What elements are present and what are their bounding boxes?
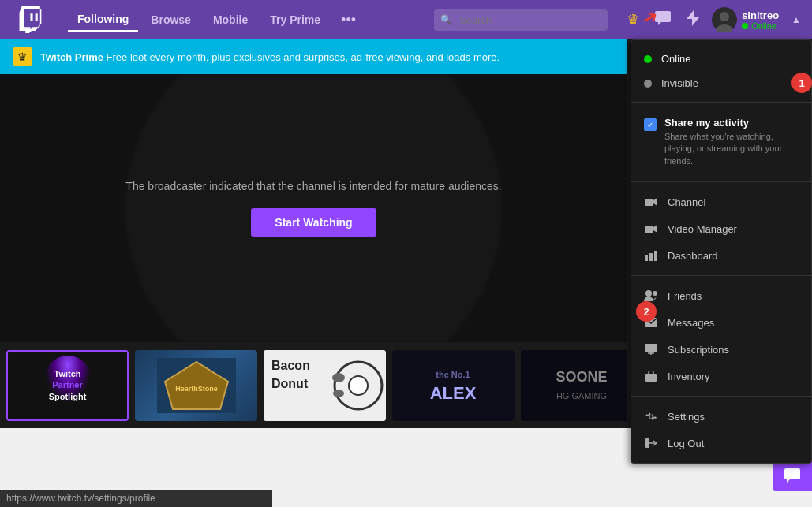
avatar (712, 7, 737, 32)
subscriptions-icon (644, 342, 658, 356)
svg-text:HG GAMING: HG GAMING (556, 391, 607, 401)
prime-link[interactable]: Twitch Prime (40, 51, 103, 63)
share-activity-description: Share what you're watching, playing, or … (664, 131, 799, 167)
user-dropdown-menu: Online Invisible ✓ Share my activity Sha… (631, 39, 812, 464)
svg-text:HearthStone: HearthStone (175, 385, 218, 393)
logout-icon (644, 436, 658, 450)
share-activity-item: ✓ Share my activity Share what you're wa… (631, 109, 811, 175)
subscriptions-menu-item[interactable]: Subscriptions (631, 336, 811, 363)
mature-content-overlay: The broadcaster indicated that the chann… (125, 180, 501, 237)
status-online-item[interactable]: Online (631, 47, 811, 71)
nav-following[interactable]: Following (68, 8, 138, 32)
svg-rect-29 (645, 199, 653, 206)
dashboard-menu-item[interactable]: Dashboard (631, 242, 811, 269)
thumbnail-alex[interactable]: the No.1 ALEX (392, 350, 515, 421)
status-invisible-item[interactable]: Invisible (631, 71, 811, 95)
svg-point-37 (653, 291, 657, 296)
search-container: 🔍 (434, 9, 608, 31)
username: sinitreo (742, 9, 779, 21)
svg-rect-35 (654, 251, 657, 261)
thumbnail-soone-inner: SOONE HG GAMING (521, 350, 627, 421)
share-activity-checkbox[interactable]: ✓ (644, 118, 657, 131)
bolt-icon[interactable] (683, 7, 702, 33)
nav-browse[interactable]: Browse (141, 9, 200, 31)
messages-menu-item[interactable]: Messages (631, 309, 811, 336)
svg-marker-4 (687, 10, 699, 26)
step-badge-1: 1 (791, 73, 812, 93)
thumbnail-label: Twitch Partner Spotlight (49, 368, 87, 402)
svg-text:the No.1: the No.1 (436, 370, 470, 379)
svg-point-6 (720, 12, 729, 21)
video-manager-menu-item[interactable]: Video Manager (631, 215, 811, 242)
thumbnail-hearthstone[interactable]: HearthStone (135, 350, 257, 421)
user-menu-trigger[interactable]: sinitreo Online (712, 7, 779, 32)
svg-point-17 (333, 390, 344, 397)
svg-rect-34 (649, 253, 653, 261)
page-body: ♛ Twitch Prime Free loot every month, pl… (0, 39, 812, 428)
svg-rect-42 (645, 374, 657, 382)
thumbnail-alex-inner: the No.1 ALEX (392, 350, 515, 421)
user-status: Online (742, 21, 779, 31)
search-input[interactable] (434, 9, 608, 31)
svg-rect-31 (645, 226, 653, 233)
prime-text: Twitch Prime Free loot every month, plus… (40, 51, 500, 63)
nav-mobile[interactable]: Mobile (204, 9, 257, 31)
thumbnails-row: Twitch Partner Spotlight HearthStone (0, 342, 627, 428)
nav-links: Following Browse Mobile Try Prime ••• (68, 7, 426, 33)
gear-icon (644, 409, 658, 423)
video-player: The broadcaster indicated that the chann… (0, 74, 627, 342)
top-navigation: Following Browse Mobile Try Prime ••• 🔍 … (0, 0, 812, 39)
svg-marker-30 (653, 198, 657, 206)
svg-rect-0 (30, 13, 32, 21)
svg-rect-21 (521, 350, 627, 421)
prime-crown-icon: ♛ (13, 47, 32, 66)
share-activity-section: ✓ Share my activity Share what you're wa… (631, 103, 811, 182)
account-section: Settings Log Out (631, 397, 811, 463)
share-activity-text: Share my activity Share what you're watc… (664, 117, 799, 167)
user-info: sinitreo Online (742, 9, 779, 31)
svg-rect-44 (784, 468, 800, 479)
thumbnail-bacon-donut[interactable]: Bacon Donut (264, 350, 386, 421)
share-activity-title: Share my activity (664, 117, 799, 129)
svg-text:ALEX: ALEX (430, 383, 477, 403)
svg-rect-33 (645, 255, 648, 261)
social-section: Friends Messages Subscriptions Inventory (631, 276, 811, 397)
svg-marker-45 (787, 479, 790, 483)
svg-rect-39 (645, 344, 657, 352)
svg-point-15 (349, 376, 368, 395)
logout-menu-item[interactable]: Log Out (631, 430, 811, 457)
content-left: ♛ Twitch Prime Free loot every month, pl… (0, 39, 627, 428)
camera-icon (644, 195, 658, 209)
thumbnail-soone[interactable]: SOONE HG GAMING (521, 350, 627, 421)
status-bar: https://www.twitch.tv/settings/profile (0, 490, 272, 507)
inventory-icon (644, 369, 658, 383)
prime-description: Free loot every month, plus exclusives a… (107, 51, 500, 63)
mature-message: The broadcaster indicated that the chann… (125, 180, 501, 192)
svg-text:Bacon: Bacon (271, 359, 310, 372)
svg-text:SOONE: SOONE (556, 369, 607, 385)
status-section: Online Invisible (631, 40, 811, 103)
friends-menu-item[interactable]: Friends (631, 282, 811, 309)
svg-rect-1 (36, 13, 38, 21)
svg-marker-32 (653, 225, 657, 233)
prime-banner[interactable]: ♛ Twitch Prime Free loot every month, pl… (0, 39, 627, 74)
online-status-icon (644, 55, 652, 63)
chart-icon (644, 248, 658, 263)
invisible-label: Invisible (661, 77, 698, 89)
svg-point-36 (645, 290, 652, 296)
chat-sidebar-button[interactable] (773, 460, 812, 491)
settings-menu-item[interactable]: Settings (631, 403, 811, 430)
search-icon: 🔍 (440, 14, 452, 25)
thumbnail-hearthstone-inner: HearthStone (135, 350, 257, 421)
start-watching-button[interactable]: Start Watching (251, 208, 376, 237)
nav-try-prime[interactable]: Try Prime (260, 9, 330, 31)
step-badge-2: 2 (636, 301, 657, 322)
thumbnail-bacon-donut-inner: Bacon Donut (264, 350, 386, 421)
chevron-up-icon[interactable]: ▲ (788, 11, 804, 28)
channel-menu-item[interactable]: Channel (631, 188, 811, 215)
inventory-menu-item[interactable]: Inventory (631, 363, 811, 390)
twitch-logo-icon[interactable] (8, 6, 55, 33)
thumbnail-partner-spotlight[interactable]: Twitch Partner Spotlight (6, 350, 129, 421)
nav-more-button[interactable]: ••• (333, 7, 364, 33)
svg-point-16 (332, 373, 345, 382)
